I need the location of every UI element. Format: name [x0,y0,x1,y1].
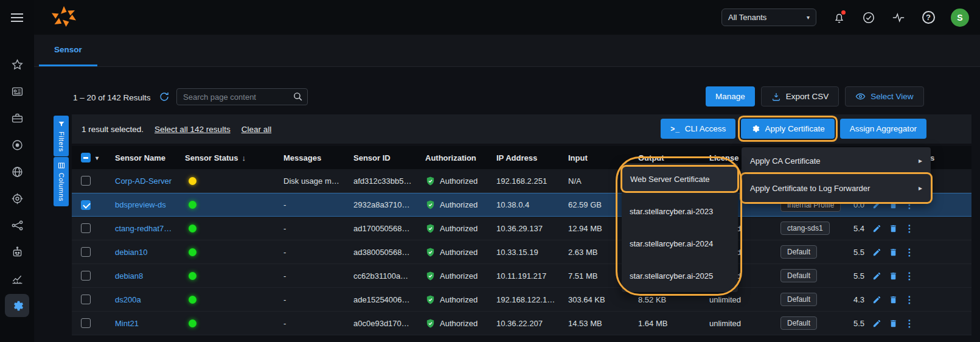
select-all-link[interactable]: Select all 142 results [155,125,231,134]
gear-icon [11,299,24,312]
messages-cell: - [282,217,352,240]
submenu-item-cert-2023[interactable]: star.stellarcyber.ai-2023 [622,195,738,228]
refresh-button[interactable] [158,91,170,103]
row-checkbox[interactable] [81,176,91,186]
delete-button[interactable] [888,318,898,329]
sort-desc-icon[interactable]: ↓ [242,153,246,162]
sidebar-item-dashboards[interactable] [5,80,29,103]
column-sensor-name[interactable]: Sensor Name [113,153,183,162]
column-input[interactable]: Input [566,153,636,162]
topbar: All Tenants ▾ ? S [34,0,980,35]
avatar[interactable]: S [951,9,969,27]
more-actions-button[interactable]: ⋮ [904,223,915,234]
search-input[interactable] [176,88,308,105]
table-row[interactable]: ds200a - ade15254006… Authorized 192.168… [72,288,971,312]
version-cell: 5.5 [852,240,869,263]
row-checkbox[interactable] [81,271,91,281]
messages-cell: - [282,194,352,216]
status-dot [189,272,196,280]
sidebar-item-explore[interactable] [5,160,29,183]
sidebar-item-settings[interactable] [5,294,29,317]
sidebar-item-favorites[interactable] [5,53,29,76]
sidebar-item-hunt[interactable] [5,187,29,210]
certificate-submenu: Web Server Certificate star.stellarcyber… [622,163,738,292]
sensor-name-link[interactable]: ds200a [115,295,141,304]
cli-access-button[interactable]: >_ CLI Access [661,119,735,139]
activity-button[interactable] [891,10,906,25]
delete-button[interactable] [888,223,898,234]
clear-all-link[interactable]: Clear all [242,125,272,134]
column-sensor-status[interactable]: Sensor Status ↓ [183,153,282,162]
row-checkbox[interactable] [81,200,91,210]
row-checkbox[interactable] [81,223,91,233]
authorization-label: Authorized [440,248,478,257]
edit-button[interactable] [871,270,882,281]
table-row[interactable]: ctang-redhat7… - ad170050568… Authorized… [72,217,971,240]
export-csv-button[interactable]: Export CSV [761,86,839,106]
trash-icon [889,271,898,281]
select-view-button[interactable]: Select View [845,86,923,106]
status-dot [189,319,196,327]
menu-icon[interactable] [5,9,29,27]
tenant-selector[interactable]: All Tenants ▾ [721,9,816,26]
column-authorization[interactable]: Authorization [423,153,495,162]
sensor-name-link[interactable]: Mint21 [115,319,139,328]
notifications-button[interactable] [832,10,846,25]
column-output[interactable]: Output [636,153,707,162]
sensor-name-link[interactable]: ctang-redhat7… [115,224,172,233]
menu-item-apply-certificate-to-log-forwarder[interactable]: Apply Certificate to Log Forwarder ▸ [742,174,931,202]
sidebar-item-connections[interactable] [5,214,29,237]
filters-tab[interactable]: Filters [54,116,69,156]
more-actions-button[interactable]: ⋮ [904,318,915,329]
sensor-id-cell: ade15254006… [352,288,423,311]
menu-item-apply-ca-certificate[interactable]: Apply CA Certificate ▸ [742,147,931,174]
edit-button[interactable] [871,246,882,257]
authorized-shield-icon [425,200,436,210]
row-checkbox[interactable] [81,318,91,328]
edit-button[interactable] [871,294,882,305]
sidebar-item-cases[interactable] [5,106,29,130]
more-actions-button[interactable]: ⋮ [904,294,915,305]
selection-menu-caret[interactable]: ▾ [96,155,99,161]
selection-actions: >_ CLI Access Apply Certificate Assign A… [661,119,926,139]
status-dot [189,225,196,232]
certificate-icon [751,124,760,133]
column-ip-address[interactable]: IP Address [495,153,566,162]
help-button[interactable]: ? [921,10,936,25]
search-icon[interactable] [293,91,303,103]
select-all-checkbox[interactable] [81,153,91,162]
column-sensor-id[interactable]: Sensor ID [352,153,423,162]
authorization-label: Authorized [440,200,478,209]
sidebar-item-detections[interactable] [5,133,29,156]
table-row[interactable]: Mint21 - a0c0e93d170… Authorized 10.36.2… [72,312,971,335]
row-checkbox[interactable] [81,247,91,257]
sensor-name-link[interactable]: bdspreview-ds [115,200,166,209]
delete-button[interactable] [888,270,898,281]
delete-button[interactable] [888,294,898,305]
ip-cell: 10.33.15.19 [495,240,566,263]
delete-button[interactable] [888,246,898,257]
tab-sensor[interactable]: Sensor [39,35,97,66]
submenu-item-cert-2024[interactable]: star.stellarcyber.ai-2024 [622,228,738,260]
submenu-item-cert-2025[interactable]: star.stellarcyber.ai-2025 [622,260,738,292]
edit-button[interactable] [871,318,882,329]
row-checkbox[interactable] [81,295,91,304]
sensor-name-link[interactable]: debian8 [115,271,143,281]
column-messages[interactable]: Messages [282,153,352,162]
sensor-name-link[interactable]: debian10 [115,248,148,257]
table-row[interactable]: debian10 - ad380050568… Authorized 10.33… [72,240,971,264]
health-status-button[interactable] [861,10,876,25]
columns-tab[interactable]: Columns [54,157,69,206]
apply-certificate-button[interactable]: Apply Certificate [741,119,834,139]
assign-aggregator-button[interactable]: Assign Aggregator [840,119,926,139]
edit-button[interactable] [871,223,882,234]
submenu-item-web-server-certificate[interactable]: Web Server Certificate [622,167,737,191]
more-actions-button[interactable]: ⋮ [904,246,915,257]
table-row[interactable]: debian8 - cc62b31100a… Authorized 10.11.… [72,264,971,288]
more-actions-button[interactable]: ⋮ [904,270,915,281]
manage-button[interactable]: Manage [706,86,755,106]
sensor-name-link[interactable]: Corp-AD-Server [115,176,172,186]
messages-cell: - [282,240,352,263]
sidebar-item-reports[interactable] [5,267,29,290]
sidebar-item-automation[interactable] [5,240,29,263]
